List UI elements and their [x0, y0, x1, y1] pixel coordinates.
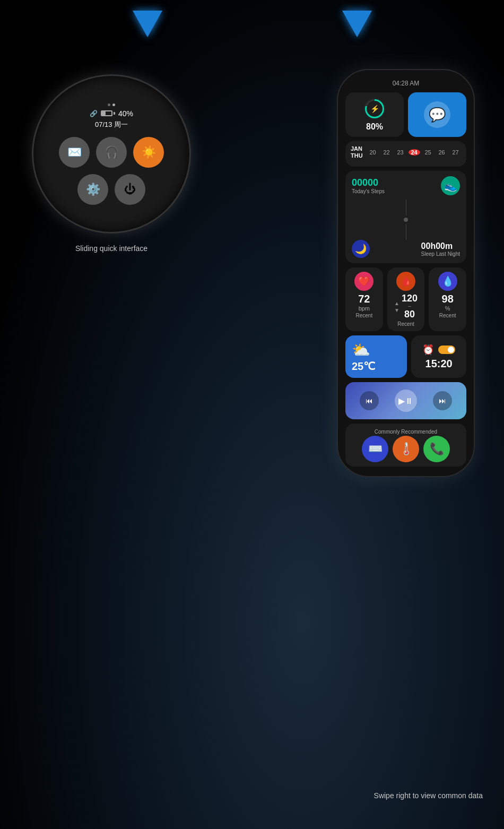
caption-right: Swipe right to view common data — [374, 791, 483, 800]
chat-icon: 💬 — [429, 107, 446, 123]
battery-icon — [101, 110, 115, 116]
weather-card[interactable]: ⛅ 25℃ — [345, 335, 407, 378]
band-device: 04:28 AM ⚡ 80% 💬 JAN THU 20 22 — [337, 69, 475, 477]
weather-temp: 25℃ — [352, 360, 401, 373]
steps-row: 00000 Today's Steps 👟 — [352, 176, 460, 195]
prev-track-button[interactable]: ⏮ — [360, 391, 379, 410]
sleep-value: 00h00m — [421, 241, 460, 251]
bp-arrows: ▲ ▼ — [394, 300, 399, 313]
watch-circle: 🔗 40% 07/13 周一 ✉️ 🎧 ☀️ ⚙️ ⏻ — [32, 74, 191, 234]
left-arrow-icon — [133, 11, 162, 37]
cal-date-23: 23 — [395, 149, 406, 156]
heart-icon: ❤️ — [354, 272, 373, 291]
bp-sub: Recent — [397, 321, 414, 327]
bp-systolic: 120 — [402, 293, 418, 304]
keyboard-app-icon[interactable]: ⌨️ — [362, 436, 388, 462]
spo2-card[interactable]: 💧 98 % Recent — [429, 267, 466, 331]
steps-label: Today's Steps — [352, 188, 385, 194]
next-track-button[interactable]: ⏭ — [433, 391, 452, 410]
cal-date-20: 20 — [367, 149, 379, 156]
caption-left: Sliding quick interface — [32, 244, 191, 253]
spo2-sub: Recent — [439, 313, 456, 318]
alarm-toggle[interactable] — [438, 346, 455, 354]
steps-sleep-divider — [406, 200, 406, 215]
alarm-top-row: ⏰ — [422, 344, 455, 356]
calendar-header: JAN THU 20 22 23 24 25 26 27 — [351, 145, 461, 159]
calendar-month-day: JAN THU — [351, 145, 363, 159]
band-time: 04:28 AM — [345, 80, 466, 87]
message-bubble-icon: 💬 — [424, 101, 450, 128]
up-arrow-icon: ▲ — [394, 300, 399, 306]
battery-card[interactable]: ⚡ 80% — [345, 92, 404, 137]
top-row: ⚡ 80% 💬 — [345, 92, 466, 137]
message-card[interactable]: 💬 — [408, 92, 466, 137]
sleep-row: 🌙 00h00m Sleep Last Night — [352, 240, 460, 258]
alarm-clock-icon: ⏰ — [422, 344, 434, 356]
right-arrow-icon — [342, 11, 372, 37]
recommended-icons-row: ⌨️ 🌡️ 📞 — [351, 436, 461, 462]
lightning-icon: ⚡ — [370, 105, 379, 113]
bp-separator: ─ — [408, 304, 411, 309]
battery-circle: ⚡ — [363, 98, 386, 120]
band-battery-percent: 80% — [366, 122, 383, 132]
cal-date-22: 22 — [381, 149, 393, 156]
brightness-icon[interactable]: ☀️ — [133, 137, 164, 168]
power-icon[interactable]: ⏻ — [115, 174, 145, 205]
cal-date-25: 25 — [422, 149, 434, 156]
steps-sleep-divider2 — [406, 224, 406, 240]
heart-rate-unit: bpm — [359, 305, 370, 312]
watch-icons-row1: ✉️ 🎧 ☀️ — [59, 137, 164, 168]
recommended-section: Commonly Recommended ⌨️ 🌡️ 📞 — [345, 424, 466, 467]
dot-2 — [112, 103, 115, 106]
heart-rate-card[interactable]: ❤️ 72 bpm Recent — [345, 267, 383, 331]
sleep-icon: 🌙 — [352, 240, 370, 258]
thermometer-app-icon[interactable]: 🌡️ — [393, 436, 419, 462]
bp-icon: 🩸 — [396, 272, 415, 291]
settings-icon[interactable]: ⚙️ — [77, 174, 108, 205]
watch-status-row: 🔗 40% — [90, 109, 133, 118]
calendar-dates: 20 22 23 24 25 26 27 — [367, 149, 462, 156]
spo2-unit: % — [445, 305, 450, 312]
mail-icon[interactable]: ✉️ — [59, 137, 90, 168]
battery-percent: 40% — [118, 109, 133, 118]
divider-dot — [404, 218, 408, 222]
blood-pressure-card[interactable]: 🩸 ▲ ▼ 120 ─ 80 Recent — [387, 267, 425, 331]
music-card[interactable]: ⏮ ▶⏸ ⏭ — [345, 382, 466, 419]
watch-date: 07/13 周一 — [95, 120, 128, 129]
heart-rate-sub: Recent — [355, 313, 372, 318]
cal-date-26: 26 — [436, 149, 448, 156]
heart-rate-value: 72 — [358, 293, 370, 305]
bp-values-row: ▲ ▼ 120 ─ 80 — [394, 293, 418, 320]
weather-icon: ⛅ — [352, 341, 401, 359]
cal-date-24-active: 24 — [409, 149, 420, 156]
spo2-icon: 💧 — [438, 272, 457, 291]
dot-1 — [108, 103, 110, 106]
spo2-value: 98 — [442, 293, 454, 305]
phone-app-icon[interactable]: 📞 — [423, 436, 450, 462]
cal-date-27: 27 — [450, 149, 462, 156]
calendar-card[interactable]: JAN THU 20 22 23 24 25 26 27 — [345, 141, 466, 167]
play-pause-button[interactable]: ▶⏸ — [395, 390, 417, 412]
bp-diastolic: 80 — [404, 309, 415, 320]
recommended-label: Commonly Recommended — [351, 428, 461, 436]
sleep-label: Sleep Last Night — [421, 251, 460, 257]
alarm-time: 15:20 — [425, 358, 453, 370]
steps-sleep-card[interactable]: 00000 Today's Steps 👟 🌙 00h00m Sleep Las… — [345, 171, 466, 263]
toggle-knob — [448, 347, 454, 353]
weather-alarm-row: ⛅ 25℃ ⏰ 15:20 — [345, 335, 466, 378]
bp-values: 120 ─ 80 — [402, 293, 418, 320]
steps-value: 00000 — [352, 177, 385, 188]
page-dots — [108, 103, 115, 106]
watch-icons-row2: ⚙️ ⏻ — [77, 174, 145, 205]
arrows-container — [0, 11, 504, 37]
alarm-card[interactable]: ⏰ 15:20 — [411, 335, 466, 378]
health-row: ❤️ 72 bpm Recent 🩸 ▲ ▼ 120 ─ 80 Recent — [345, 267, 466, 331]
steps-icon: 👟 — [441, 176, 460, 195]
link-icon: 🔗 — [90, 110, 98, 117]
bluetooth-headphones-icon[interactable]: 🎧 — [96, 137, 127, 168]
down-arrow-icon: ▼ — [394, 307, 399, 313]
